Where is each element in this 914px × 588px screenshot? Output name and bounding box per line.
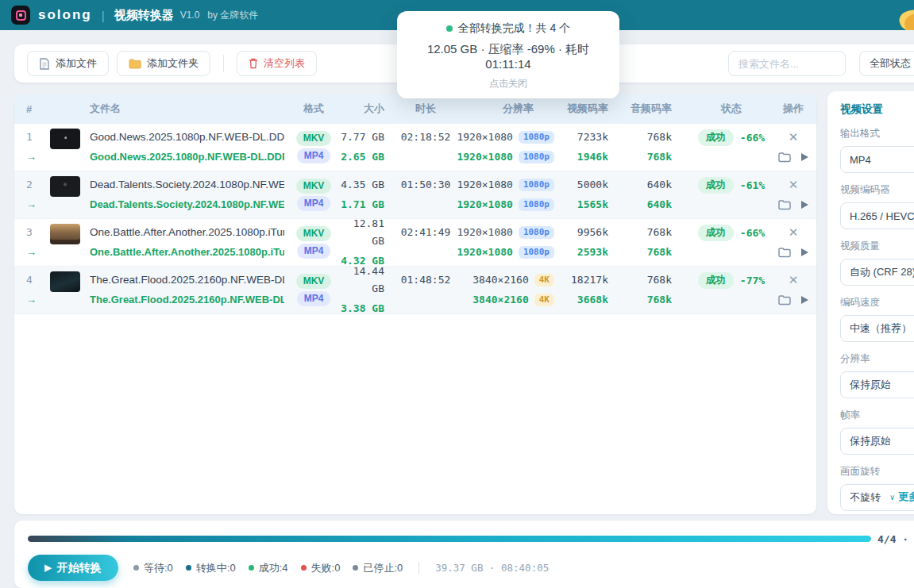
output-format-select[interactable]: MP4 xyxy=(840,146,914,173)
add-folder-button[interactable]: 添加文件夹 xyxy=(117,51,210,76)
play-file-button[interactable] xyxy=(800,295,809,305)
open-folder-button[interactable] xyxy=(778,199,791,210)
source-audio-bitrate: 640k xyxy=(629,176,672,194)
clear-list-button[interactable]: 清空列表 xyxy=(237,51,317,76)
col-resolution: 分辨率 xyxy=(456,102,565,116)
source-video-bitrate: 9956k xyxy=(565,224,608,241)
duration: 01:48:52 xyxy=(395,271,456,289)
status-badge: 成功 xyxy=(698,177,734,194)
toolbar-divider xyxy=(223,55,224,72)
col-size: 大小 xyxy=(337,102,395,116)
table-row[interactable]: 1 → Good.News.2025.1080p.NF.WEB-DL.DDP5.… xyxy=(14,124,816,171)
framerate-select[interactable]: 保持原始 xyxy=(840,428,914,455)
success-dot-icon xyxy=(446,25,453,32)
output-filename: Dead.Talents.Society.2024.1080p.NF.WEB-.… xyxy=(90,196,284,213)
source-resolution-tag: 4K xyxy=(534,274,554,286)
open-folder-button[interactable] xyxy=(778,152,791,163)
video-settings-panel: 视频设置 输出格式 MP4 视频编码器 H.265 / HEVC 视频质量 自动… xyxy=(827,91,914,514)
start-convert-button[interactable]: ▶ 开始转换 xyxy=(28,555,118,581)
col-format: 格式 xyxy=(291,102,337,116)
app-name: solong xyxy=(38,7,92,23)
chevron-down-icon: ∨ xyxy=(889,493,895,502)
output-resolution-tag: 1080p xyxy=(519,151,554,163)
source-format-badge: MKV xyxy=(296,274,332,289)
more-settings-link[interactable]: ∨ 更多 xyxy=(889,490,914,504)
app-version: V1.0 xyxy=(180,10,200,21)
col-duration: 时长 xyxy=(395,102,456,116)
source-audio-bitrate: 768k xyxy=(629,271,672,289)
play-file-button[interactable] xyxy=(800,200,809,209)
video-quality-select[interactable]: 自动 (CRF 28) xyxy=(840,259,914,286)
source-filename: One.Battle.After.Another.2025.1080p.iTun… xyxy=(90,224,284,241)
duration: 02:41:49 xyxy=(395,224,456,241)
remove-file-button[interactable]: ✕ xyxy=(789,225,799,240)
table-row[interactable]: 3 → One.Battle.After.Another.2025.1080p.… xyxy=(14,219,816,267)
source-filename: Good.News.2025.1080p.NF.WEB-DL.DDP5... xyxy=(90,129,284,146)
duration: 01:50:30 xyxy=(395,176,456,194)
source-size: 12.81 GB xyxy=(337,219,384,250)
open-folder-button[interactable] xyxy=(778,294,791,306)
file-list-panel: # 文件名 格式 大小 时长 分辨率 视频码率 音频码率 状态 操作 1 → G… xyxy=(14,94,816,514)
encode-speed-label: 编码速度 xyxy=(840,296,914,309)
source-resolution-tag: 1080p xyxy=(519,179,554,191)
success-dot-icon xyxy=(249,565,254,571)
source-resolution-tag: 1080p xyxy=(519,131,554,144)
output-resolution: 1920×1080 xyxy=(457,148,512,166)
encode-speed-select[interactable]: 中速（推荐） xyxy=(840,315,914,342)
remove-file-button[interactable]: ✕ xyxy=(789,273,799,287)
status-filter-select[interactable]: 全部状态 xyxy=(859,51,914,76)
remove-file-button[interactable]: ✕ xyxy=(789,130,799,144)
col-actions: 操作 xyxy=(770,102,816,116)
source-size: 7.77 GB xyxy=(337,129,384,146)
output-filename: The.Great.Flood.2025.2160p.NF.WEB-DL.H..… xyxy=(90,291,284,309)
source-resolution-tag: 1080p xyxy=(519,226,554,239)
table-row[interactable]: 4 → The.Great.Flood.2025.2160p.NF.WEB-DL… xyxy=(14,267,816,314)
output-resolution: 3840×2160 xyxy=(472,291,528,309)
clear-list-label: 清空列表 xyxy=(264,56,305,71)
output-audio-bitrate: 768k xyxy=(629,148,672,166)
convert-arrow-icon: → xyxy=(26,148,37,166)
status-badge: 成功 xyxy=(698,272,734,289)
overall-progress-bar xyxy=(28,536,871,542)
start-convert-label: 开始转换 xyxy=(57,561,102,575)
row-index: 4 xyxy=(26,271,33,289)
output-size: 3.38 GB xyxy=(337,300,384,313)
output-audio-bitrate: 640k xyxy=(629,196,672,213)
status-filter-value: 全部状态 xyxy=(870,56,911,71)
output-resolution-tag: 1080p xyxy=(519,198,554,211)
play-file-button[interactable] xyxy=(800,152,809,162)
status-badge: 成功 xyxy=(698,129,734,146)
resolution-value: 保持原始 xyxy=(850,378,891,392)
output-resolution: 1920×1080 xyxy=(457,196,512,213)
compression-ratio: -66% xyxy=(740,227,765,239)
video-encoder-select[interactable]: H.265 / HEVC xyxy=(840,202,914,229)
status-badge: 成功 xyxy=(698,225,734,241)
open-folder-button[interactable] xyxy=(778,247,791,258)
settings-title: 视频设置 xyxy=(840,102,914,117)
toast-message: 全部转换完成！共 4 个 xyxy=(458,21,571,36)
medal-icon xyxy=(897,7,914,30)
toast-close-button[interactable]: 点击关闭 xyxy=(410,77,607,90)
play-file-button[interactable] xyxy=(800,248,809,257)
output-format-badge: MP4 xyxy=(297,148,331,163)
compression-ratio: -66% xyxy=(740,132,765,144)
output-video-bitrate: 2593k xyxy=(565,244,608,261)
output-format-badge: MP4 xyxy=(297,244,331,259)
col-video-bitrate: 视频码率 xyxy=(565,102,629,116)
resolution-select[interactable]: 保持原始 xyxy=(840,371,914,398)
source-size: 14.44 GB xyxy=(337,267,384,298)
framerate-value: 保持原始 xyxy=(850,434,891,448)
output-filename: One.Battle.After.Another.2025.1080p.iTun… xyxy=(90,244,284,261)
add-file-button[interactable]: 添加文件 xyxy=(27,51,109,76)
progress-label: 4/4 · 已 xyxy=(877,532,914,547)
output-size: 1.71 GB xyxy=(337,196,384,213)
video-quality-value: 自动 (CRF 28) xyxy=(850,265,914,279)
output-format-badge: MP4 xyxy=(297,291,331,306)
table-row[interactable]: 2 → Dead.Talents.Society.2024.1080p.NF.W… xyxy=(14,171,816,219)
source-resolution: 1920×1080 xyxy=(457,176,512,194)
remove-file-button[interactable]: ✕ xyxy=(789,178,799,192)
output-resolution-tag: 4K xyxy=(534,294,554,306)
search-input[interactable] xyxy=(728,51,846,76)
video-thumbnail xyxy=(50,271,80,292)
stat-converting: 转换中:0 xyxy=(186,561,236,575)
